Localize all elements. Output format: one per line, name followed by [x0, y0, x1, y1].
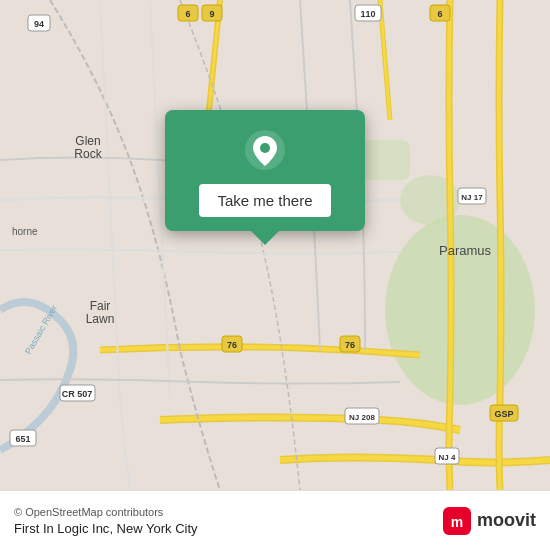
svg-text:110: 110 [360, 9, 375, 19]
svg-text:76: 76 [345, 340, 355, 350]
moovit-icon: m [443, 507, 471, 535]
svg-point-38 [260, 143, 270, 153]
svg-text:NJ 17: NJ 17 [461, 193, 483, 202]
svg-text:Glen: Glen [75, 134, 100, 148]
location-name: First In Logic Inc, New York City [14, 521, 198, 536]
bottom-bar: © OpenStreetMap contributors First In Lo… [0, 490, 550, 550]
svg-text:Rock: Rock [74, 147, 102, 161]
popup-card: Take me there [165, 110, 365, 231]
map-svg: 110 9 6 6 94 651 CR 507 NJ 17 NJ 208 NJ … [0, 0, 550, 490]
svg-text:Lawn: Lawn [86, 312, 115, 326]
svg-text:Fair: Fair [90, 299, 111, 313]
svg-text:NJ 208: NJ 208 [349, 413, 375, 422]
svg-text:GSP: GSP [494, 409, 513, 419]
moovit-text: moovit [477, 510, 536, 531]
svg-text:Paramus: Paramus [439, 243, 492, 258]
map-container: 110 9 6 6 94 651 CR 507 NJ 17 NJ 208 NJ … [0, 0, 550, 490]
moovit-logo: m moovit [443, 507, 536, 535]
take-me-there-button[interactable]: Take me there [199, 184, 330, 217]
svg-text:9: 9 [209, 9, 214, 19]
svg-text:651: 651 [15, 434, 30, 444]
svg-text:6: 6 [437, 9, 442, 19]
svg-text:76: 76 [227, 340, 237, 350]
location-info: © OpenStreetMap contributors First In Lo… [14, 505, 198, 535]
svg-text:NJ 4: NJ 4 [439, 453, 456, 462]
svg-text:horne: horne [12, 226, 38, 237]
location-pin-icon [243, 128, 287, 172]
svg-text:m: m [451, 514, 463, 530]
attribution-text: © OpenStreetMap contributors [14, 505, 198, 520]
svg-text:6: 6 [185, 9, 190, 19]
svg-text:94: 94 [34, 19, 44, 29]
svg-text:CR 507: CR 507 [62, 389, 93, 399]
